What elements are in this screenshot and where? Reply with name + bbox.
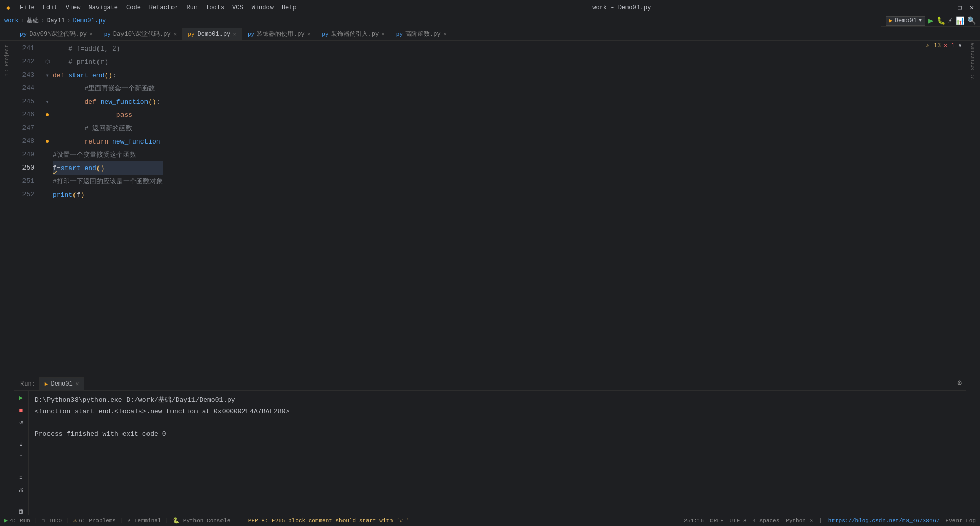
tab-close-6[interactable]: ✕ xyxy=(444,31,447,37)
window-controls: — ❐ ✕ xyxy=(943,4,976,12)
code-line-242: # print(r) xyxy=(53,55,163,68)
menu-tools[interactable]: Tools xyxy=(202,3,228,12)
tab-day10[interactable]: py Day10\课堂代码.py ✕ xyxy=(99,28,183,40)
run-panel-left-bar: ▶ ■ ↺ ⤓ ↑ ≡ 🖨 🗑 xyxy=(14,391,29,515)
tab-close-2[interactable]: ✕ xyxy=(174,31,177,37)
python-version[interactable]: Python 3 xyxy=(786,518,813,524)
run-shortcut[interactable]: ▶ 4: Run xyxy=(4,517,30,524)
run-settings-icon[interactable]: ⚙ xyxy=(958,378,962,387)
scroll-to-end-button[interactable]: ⤓ xyxy=(16,439,27,449)
breadcrumb-jchu[interactable]: 基础 xyxy=(27,16,39,25)
menu-vcs[interactable]: VCS xyxy=(229,3,247,12)
run-rerun-button[interactable]: ↺ xyxy=(16,417,27,427)
line-num-247: 247 xyxy=(14,122,38,135)
code-editor[interactable]: ⚠ 13 ✕ 1 ∧ 241 242 243 244 245 246 247 2… xyxy=(14,41,966,377)
run-button[interactable]: ▶ xyxy=(928,16,934,26)
tab-close-3[interactable]: ✕ xyxy=(233,31,236,37)
tab-demo01[interactable]: py Demo01.py ✕ xyxy=(182,28,242,40)
project-panel-label[interactable]: 1: Project xyxy=(3,43,11,78)
breadcrumb-sep2: › xyxy=(41,17,44,25)
run-tab-close[interactable]: ✕ xyxy=(76,380,79,387)
fold-245[interactable]: ▾ xyxy=(42,95,53,108)
fold-252 xyxy=(42,188,53,201)
error-count[interactable]: ✕ 1 xyxy=(944,42,955,50)
minimize-button[interactable]: — xyxy=(943,4,951,12)
tab-day09[interactable]: py Day09\课堂代码.py ✕ xyxy=(14,28,99,40)
debug-button[interactable]: 🐛 xyxy=(937,16,945,25)
fold-243[interactable]: ▾ xyxy=(42,68,53,82)
code-line-246: pass xyxy=(53,108,163,122)
todo-label: ☐ TODO xyxy=(41,517,62,524)
indent[interactable]: 4 spaces xyxy=(753,518,780,524)
menu-edit[interactable]: Edit xyxy=(39,3,61,12)
output-line-3 xyxy=(35,417,960,428)
breadcrumb-day11[interactable]: Day11 xyxy=(46,17,65,25)
run-panel-controls: ⚙ xyxy=(958,378,962,387)
run-play-button[interactable]: ▶ xyxy=(16,393,27,403)
left-sidebar: 1: Project xyxy=(0,41,14,515)
tab-icon-4: py xyxy=(248,31,254,37)
tab-icon-5: py xyxy=(322,31,328,37)
fold-249 xyxy=(42,148,53,161)
fold-242[interactable]: ⬡ xyxy=(42,55,53,68)
app-icon: ◆ xyxy=(4,4,12,12)
fold-246 xyxy=(42,108,53,122)
cursor-position[interactable]: 251:16 xyxy=(683,518,704,524)
run-tab-demo01[interactable]: ▶ Demo01 ✕ xyxy=(39,377,84,390)
event-log[interactable]: Event Log xyxy=(946,518,976,524)
todo-button[interactable]: ☐ TODO xyxy=(41,517,62,524)
run-panel-tabs: Run: ▶ Demo01 ✕ ⚙ xyxy=(14,377,966,391)
profile-button[interactable]: 📊 xyxy=(955,16,964,25)
run-tab-name: Demo01 xyxy=(51,380,72,388)
separator-1 xyxy=(21,431,21,436)
print-button[interactable]: 🖨 xyxy=(16,485,27,495)
menu-code[interactable]: Code xyxy=(122,3,144,12)
tab-label-2: Day10\课堂代码.py xyxy=(113,30,171,38)
fold-250 xyxy=(42,161,53,175)
menu-window[interactable]: Window xyxy=(248,3,277,12)
maximize-button[interactable]: ❐ xyxy=(955,4,964,12)
fold-247 xyxy=(42,122,53,135)
warning-count[interactable]: ⚠ 13 xyxy=(926,42,941,50)
output-line-1: D:\Python38\python.exe D:/work/基础/Day11/… xyxy=(35,395,960,406)
tab-higher-order[interactable]: py 高阶函数.py ✕ xyxy=(390,28,452,40)
python-console-label: 🐍 Python Console xyxy=(173,517,230,524)
breakpoint-246[interactable] xyxy=(46,113,49,116)
terminal-button[interactable]: ⚡ Terminal xyxy=(128,517,161,524)
menu-help[interactable]: Help xyxy=(278,3,300,12)
search-everywhere-button[interactable]: 🔍 xyxy=(967,16,976,25)
clear-console-button[interactable]: 🗑 xyxy=(16,506,27,515)
expand-icon[interactable]: ∧ xyxy=(958,42,962,50)
tab-icon-3: py xyxy=(188,31,194,37)
line-ending[interactable]: CRLF xyxy=(710,518,723,524)
tab-icon-1: py xyxy=(20,31,27,37)
url-link[interactable]: https://blog.csdn.net/m0_46738467 xyxy=(828,518,940,524)
code-content[interactable]: # f=add(1, 2) # print(r) def start_end()… xyxy=(53,41,163,377)
tab-decorator-intro[interactable]: py 装饰器的引入.py ✕ xyxy=(316,28,390,40)
tab-decorator-use[interactable]: py 装饰器的使用.py ✕ xyxy=(242,28,316,40)
python-console-button[interactable]: 🐍 Python Console xyxy=(173,517,230,524)
breadcrumb-work[interactable]: work xyxy=(4,17,19,25)
line-num-246: 246 xyxy=(14,108,38,122)
run-stop-button[interactable]: ■ xyxy=(16,405,27,415)
close-button[interactable]: ✕ xyxy=(968,4,976,12)
menu-run[interactable]: Run xyxy=(183,3,201,12)
run-with-coverage-button[interactable]: ⚡ xyxy=(948,16,952,25)
tab-close-5[interactable]: ✕ xyxy=(381,31,385,37)
previous-output-button[interactable]: ↑ xyxy=(16,451,27,461)
tab-close-1[interactable]: ✕ xyxy=(89,31,93,37)
run-config-dropdown[interactable]: ▶ Demo01 ▼ xyxy=(886,16,925,26)
menu-refactor[interactable]: Refactor xyxy=(145,3,182,12)
code-line-252: print(f) xyxy=(53,188,163,201)
breadcrumb-file[interactable]: Demo01.py xyxy=(72,17,106,25)
tab-close-4[interactable]: ✕ xyxy=(307,31,311,37)
menu-view[interactable]: View xyxy=(62,3,84,12)
breakpoint-248[interactable] xyxy=(46,140,49,143)
menu-file[interactable]: File xyxy=(16,3,38,12)
structure-panel-label[interactable]: 2: Structure xyxy=(969,41,977,82)
title-bar: ◆ File Edit View Navigate Code Refactor … xyxy=(0,0,980,15)
encoding[interactable]: UTF-8 xyxy=(729,518,746,524)
menu-navigate[interactable]: Navigate xyxy=(85,3,121,12)
soft-wrap-button[interactable]: ≡ xyxy=(16,472,27,483)
problems-button[interactable]: ⚠ 6: Problems xyxy=(74,517,116,524)
